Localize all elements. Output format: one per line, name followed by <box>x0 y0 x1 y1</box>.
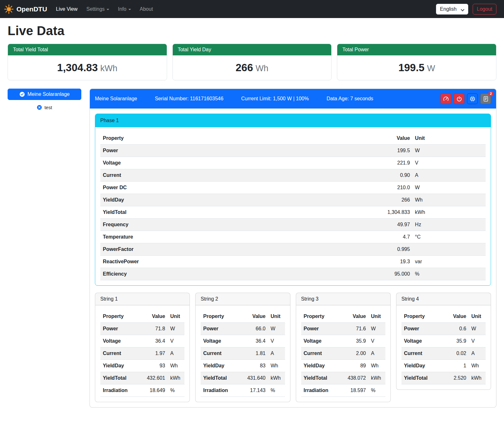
value-cell: 221.9 <box>293 157 413 169</box>
unit-cell: W <box>168 323 184 335</box>
property-cell: Irradiation <box>100 384 139 397</box>
card-header: Total Yield Day <box>173 44 332 55</box>
column-header-property: Property <box>100 132 293 145</box>
table-row: Voltage221.9V <box>100 157 486 169</box>
chevron-down-icon <box>107 9 109 10</box>
value-cell: 17.143 <box>240 384 268 397</box>
inverter-meta: Meine Solaranlage Serial Number: 1161716… <box>95 96 373 102</box>
total-power-unit: W <box>427 64 435 73</box>
table-row: Irradiation18.649% <box>100 384 184 397</box>
string-card-header: String 3 <box>296 293 390 305</box>
inverter-select-button[interactable]: Meine Solaranlage <box>8 89 81 100</box>
table-row: YieldTotal431.640kWh <box>201 372 285 384</box>
property-cell: Current <box>100 347 139 360</box>
value-cell: 199.5 <box>293 145 413 157</box>
property-cell: Power <box>201 323 239 335</box>
string-1-card: String 1 Property Value Unit <box>95 293 190 402</box>
inverter-card-body: Phase 1 Property Value Unit Power199.5WV… <box>90 109 496 407</box>
property-cell: YieldDay <box>100 360 139 372</box>
unit-cell <box>413 243 486 256</box>
strings-row: String 1 Property Value Unit <box>95 293 491 402</box>
value-cell: 89 <box>340 360 369 372</box>
table-header-row: Property Value Unit <box>301 310 385 323</box>
table-row: Power DC210.0W <box>100 182 486 194</box>
unit-cell: A <box>268 347 285 360</box>
inverter-limit: Current Limit: 1,500 W | 100% <box>241 96 309 102</box>
unit-cell: A <box>168 347 184 360</box>
string-card-header: String 2 <box>196 293 290 305</box>
property-cell: Current <box>100 169 293 182</box>
brand-link[interactable]: OpenDTU <box>4 4 47 14</box>
inverter-item-test[interactable]: test <box>8 105 81 110</box>
device-info-button[interactable] <box>467 93 478 104</box>
unit-cell: V <box>469 335 486 347</box>
property-cell: Voltage <box>100 157 293 169</box>
table-row: YieldDay1Wh <box>401 360 486 372</box>
property-cell: Irradiation <box>201 384 239 397</box>
card-body: 266Wh <box>173 55 332 80</box>
events-button[interactable]: 2 <box>480 93 491 104</box>
string-card-header: String 4 <box>396 293 491 305</box>
table-row: Power199.5W <box>100 145 486 157</box>
value-cell: 4.7 <box>293 231 413 243</box>
property-cell: YieldTotal <box>201 372 239 384</box>
property-cell: Power <box>100 145 293 157</box>
property-cell: YieldTotal <box>100 372 139 384</box>
inverter-data-age: Data Age: 7 seconds <box>327 96 373 102</box>
language-select[interactable]: English <box>436 4 468 15</box>
speedometer-icon <box>443 96 449 102</box>
value-cell: 1.81 <box>240 347 268 360</box>
total-power-card: Total Power 199.5W <box>337 44 496 80</box>
table-row: YieldDay93Wh <box>100 360 184 372</box>
string-2-card: String 2 Property Value Unit <box>195 293 290 402</box>
value-cell: 1.97 <box>139 347 168 360</box>
table-row: Power0.6W <box>401 323 486 335</box>
column-header-unit: Unit <box>368 310 385 323</box>
power-button[interactable] <box>454 93 464 104</box>
unit-cell: V <box>413 157 486 169</box>
table-row: YieldTotal1,304.833kWh <box>100 206 486 219</box>
inverter-sidebar: Meine Solaranlage test <box>8 89 81 110</box>
nav-item-info[interactable]: Info <box>114 4 135 15</box>
nav-item-live-view[interactable]: Live View <box>52 4 82 15</box>
property-cell: Power <box>401 323 440 335</box>
journal-icon <box>483 96 489 102</box>
power-icon <box>456 96 462 102</box>
unit-cell: V <box>368 335 385 347</box>
column-header-property: Property <box>301 310 340 323</box>
property-cell: Power <box>100 323 139 335</box>
logout-button[interactable]: Logout <box>473 4 496 15</box>
card-body: 1,304.83kWh <box>8 55 167 80</box>
nav-item-about[interactable]: About <box>135 4 158 15</box>
value-cell: 71.8 <box>139 323 168 335</box>
table-row: PowerFactor0.995 <box>100 243 486 256</box>
table-row: Current1.97A <box>100 347 184 360</box>
column-header-value: Value <box>440 310 469 323</box>
unit-cell: Wh <box>413 194 486 206</box>
property-cell: Voltage <box>401 335 440 347</box>
check-circle-icon <box>19 91 25 97</box>
unit-cell: V <box>268 335 285 347</box>
value-cell: 95.000 <box>293 268 413 280</box>
inverter-card: Meine Solaranlage Serial Number: 1161716… <box>90 89 496 408</box>
unit-cell: Hz <box>413 219 486 231</box>
nav-item-settings[interactable]: Settings <box>82 4 114 15</box>
unit-cell: W <box>268 323 285 335</box>
limit-settings-button[interactable] <box>440 93 451 104</box>
property-cell: YieldDay <box>401 360 440 372</box>
property-cell: Irradiation <box>301 384 340 397</box>
property-cell: PowerFactor <box>100 243 293 256</box>
table-row: Current0.90A <box>100 169 486 182</box>
navbar: OpenDTU Live View Settings Info About En… <box>0 0 504 18</box>
inverter-name: Meine Solaranlage <box>95 96 137 102</box>
unit-cell: kWh <box>469 372 486 384</box>
property-cell: YieldDay <box>100 194 293 206</box>
inverter-select-label: Meine Solaranlage <box>28 91 70 97</box>
value-cell: 93 <box>139 360 168 372</box>
value-cell: 431.640 <box>240 372 268 384</box>
column-header-property: Property <box>100 310 139 323</box>
property-cell: Efficiency <box>100 268 293 280</box>
table-header-row: Property Value Unit <box>201 310 285 323</box>
value-cell: 49.97 <box>293 219 413 231</box>
events-count-badge: 2 <box>488 91 494 97</box>
